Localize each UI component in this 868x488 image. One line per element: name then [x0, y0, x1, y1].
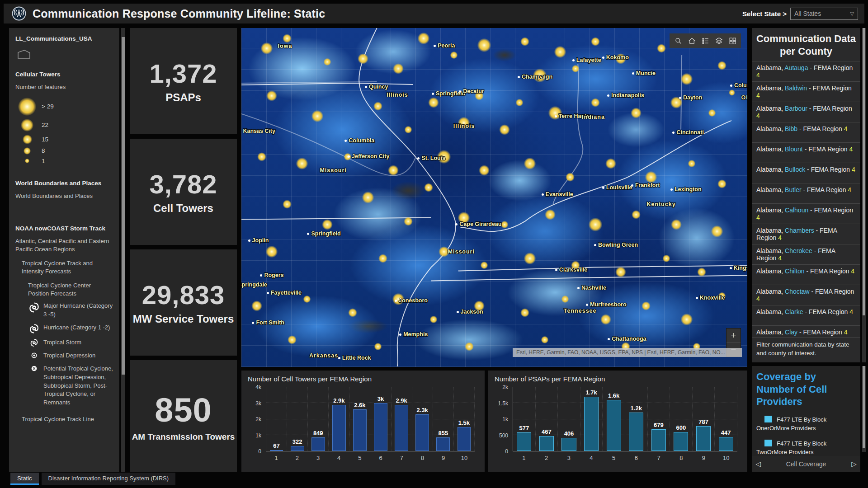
header-bar: Communication Response Community Lifelin…: [4, 4, 864, 23]
coverage-legend-item: F477 LTE By Block TwoOrMore Providers: [756, 439, 856, 457]
cell-tower-cluster-dot: [424, 183, 433, 192]
bar-slot: 1.2k: [625, 387, 648, 451]
basemap-icon[interactable]: [726, 33, 739, 48]
y-axis-tick: 0: [505, 448, 508, 455]
city-label: Kingsport: [730, 265, 747, 271]
city-label: Jefferson City: [348, 153, 389, 160]
coverage-map[interactable]: IowaPeoriaLafayetteKokomoMuncieChampaign…: [241, 28, 747, 367]
county-scrollbar-thumb[interactable]: [863, 28, 865, 315]
county-row[interactable]: Alabama, Chambers - FEMA Region 4: [752, 224, 860, 244]
county-name: Barbour: [785, 105, 807, 112]
tab-static[interactable]: Static: [10, 473, 39, 485]
x-axis-tick: 1: [266, 455, 287, 461]
tower-size-label: 1: [42, 158, 45, 164]
state-dropdown[interactable]: All States ▽: [790, 8, 858, 20]
bar-slot: 600: [670, 387, 693, 451]
carousel-next-icon[interactable]: ▷: [848, 460, 860, 468]
bar-value-label: 2.9k: [396, 397, 407, 404]
tower-glow-dot: [21, 119, 33, 131]
county-row[interactable]: Alabama, Cherokee - FEMA Region 4: [752, 244, 860, 264]
bar-value-label: 787: [698, 418, 708, 425]
fema-region-number: 4: [849, 145, 853, 153]
cell-tower-cluster-dot: [450, 52, 458, 59]
city-marker-dot: [434, 45, 436, 47]
storm-legend-row: Tropical Storm: [28, 338, 113, 347]
county-name: Butler: [785, 186, 802, 193]
bar-value-label: 679: [654, 422, 664, 428]
layers-icon[interactable]: [712, 33, 726, 48]
cell-tower-cluster-dot: [657, 44, 666, 53]
tower-glow-dot: [23, 135, 32, 144]
legend-icon[interactable]: [698, 33, 712, 48]
county-row[interactable]: Alabama, Barbour - FEMA Region 4: [752, 102, 860, 122]
county-name: Autauga: [784, 64, 808, 71]
cell-tower-cluster-dot: [373, 102, 382, 111]
potential-cyclone-icon: [28, 365, 40, 372]
cell-tower-cluster-dot: [374, 343, 382, 351]
bar: 67: [270, 450, 283, 451]
cell-tower-cluster-dot: [388, 165, 399, 176]
county-row[interactable]: Alabama, Butler - FEMA Region 4: [752, 183, 860, 203]
county-row[interactable]: Alabama, Baldwin - FEMA Region 4: [752, 81, 860, 102]
city-marker-dot: [594, 244, 596, 246]
city-marker-dot: [608, 338, 610, 340]
city-marker-dot: [730, 84, 732, 87]
city-marker-dot: [602, 56, 604, 59]
city-marker-dot: [631, 184, 633, 187]
coverage-scrollbar-thumb[interactable]: [863, 366, 865, 448]
cell-tower-cluster-dot: [428, 97, 439, 108]
noaa-title: NOAA nowCOAST Storm Track: [15, 225, 113, 232]
city-marker-dot: [518, 76, 520, 78]
county-row[interactable]: Alabama, Bullock - FEMA Region 4: [752, 163, 860, 183]
cell-tower-cluster-dot: [591, 37, 600, 46]
cell-tower-cluster-dot: [541, 336, 549, 344]
county-row[interactable]: Alabama, Clarke - FEMA Region 4: [752, 305, 860, 325]
map-attribution: Esri, HERE, Garmin, FAO, NOAA, USGS, EPA…: [513, 348, 742, 357]
county-data-panel[interactable]: Communication Data per County Alabama, A…: [752, 28, 860, 362]
state-label: Indiana: [582, 114, 605, 120]
county-name: Calhoun: [785, 206, 808, 214]
bar: 2.3k: [415, 414, 429, 451]
county-row[interactable]: Alabama, Bibb - FEMA Region 4: [752, 122, 860, 142]
cell-tower-cluster-dot: [266, 90, 277, 101]
county-list-scrollbar[interactable]: [862, 28, 866, 362]
bar-value-label: 849: [313, 430, 323, 436]
sidebar-scrollbar-thumb[interactable]: [122, 37, 125, 375]
major-hurricane-icon: [28, 302, 40, 313]
bar-value-label: 855: [438, 430, 448, 436]
bar-value-label: 406: [564, 430, 574, 437]
county-row[interactable]: Alabama, Chilton - FEMA Region 4: [752, 264, 860, 285]
x-axis-tick: 10: [715, 455, 737, 461]
carousel-prev-icon[interactable]: ◁: [752, 460, 764, 468]
city-label: Nashville: [577, 285, 606, 291]
state-label: Illinois: [453, 123, 475, 129]
city-label: Quincy: [365, 84, 388, 90]
sidebar-scrollbar[interactable]: [121, 28, 125, 472]
cell-towers-label: Cell Towers: [153, 202, 213, 215]
zoom-in-button[interactable]: +: [726, 328, 741, 343]
state-label: Missouri: [448, 249, 475, 255]
state-boundaries-layer: [241, 28, 747, 366]
county-row[interactable]: Alabama, Calhoun - FEMA Region 4: [752, 203, 860, 224]
county-row[interactable]: Alabama, Choctaw - FEMA Region 4: [752, 285, 860, 305]
county-row[interactable]: Alabama, Autauga - FEMA Region 4: [752, 61, 860, 81]
county-row[interactable]: Alabama, Blount - FEMA Region 4: [752, 142, 860, 163]
bar: 2.9k: [332, 405, 346, 451]
tab-dirs[interactable]: Disaster Information Reporting System (D…: [42, 473, 176, 485]
broadcast-tower-icon: [12, 6, 26, 21]
bar-value-label: 2.3k: [417, 407, 428, 413]
legend-panel[interactable]: LL_Communications_USA Cellular Towers Nu…: [9, 28, 119, 472]
cell-tower-cluster-dot: [729, 89, 735, 96]
cell-tower-cluster-dot: [662, 255, 670, 263]
city-label: Knoxville: [696, 295, 725, 301]
bar-value-label: 600: [676, 424, 686, 431]
home-icon[interactable]: [685, 33, 698, 48]
cell-tower-cluster-dot: [554, 46, 566, 58]
bar-slot: 849: [308, 387, 329, 451]
search-icon[interactable]: [671, 33, 685, 48]
county-name: Blount: [785, 145, 803, 153]
fema-region-number: 4: [756, 214, 760, 221]
bar-slot: 447: [715, 387, 737, 451]
bar: 577: [517, 432, 531, 451]
coverage-panel-scrollbar[interactable]: [862, 366, 866, 452]
